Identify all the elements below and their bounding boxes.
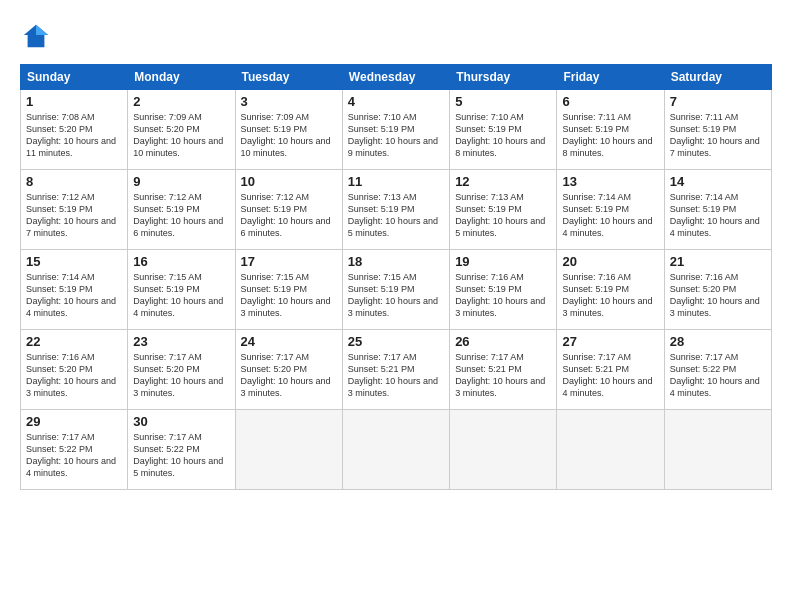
day-number: 26	[455, 334, 551, 349]
logo	[20, 22, 50, 54]
calendar-day-cell: 11Sunrise: 7:13 AMSunset: 5:19 PMDayligh…	[342, 170, 449, 250]
day-number: 7	[670, 94, 766, 109]
day-info: Sunrise: 7:17 AMSunset: 5:21 PMDaylight:…	[455, 352, 545, 398]
weekday-header: Friday	[557, 65, 664, 90]
calendar-day-cell: 30Sunrise: 7:17 AMSunset: 5:22 PMDayligh…	[128, 410, 235, 490]
day-info: Sunrise: 7:12 AMSunset: 5:19 PMDaylight:…	[241, 192, 331, 238]
calendar-day-cell	[342, 410, 449, 490]
day-number: 20	[562, 254, 658, 269]
day-number: 1	[26, 94, 122, 109]
calendar-week-row: 8Sunrise: 7:12 AMSunset: 5:19 PMDaylight…	[21, 170, 772, 250]
day-info: Sunrise: 7:17 AMSunset: 5:22 PMDaylight:…	[26, 432, 116, 478]
weekday-header: Tuesday	[235, 65, 342, 90]
day-info: Sunrise: 7:16 AMSunset: 5:19 PMDaylight:…	[455, 272, 545, 318]
weekday-header: Wednesday	[342, 65, 449, 90]
day-number: 21	[670, 254, 766, 269]
calendar-day-cell: 4Sunrise: 7:10 AMSunset: 5:19 PMDaylight…	[342, 90, 449, 170]
calendar-day-cell: 21Sunrise: 7:16 AMSunset: 5:20 PMDayligh…	[664, 250, 771, 330]
day-number: 18	[348, 254, 444, 269]
day-info: Sunrise: 7:16 AMSunset: 5:19 PMDaylight:…	[562, 272, 652, 318]
calendar-day-cell: 14Sunrise: 7:14 AMSunset: 5:19 PMDayligh…	[664, 170, 771, 250]
day-number: 2	[133, 94, 229, 109]
calendar-day-cell: 20Sunrise: 7:16 AMSunset: 5:19 PMDayligh…	[557, 250, 664, 330]
day-number: 6	[562, 94, 658, 109]
day-number: 9	[133, 174, 229, 189]
calendar-day-cell	[450, 410, 557, 490]
day-info: Sunrise: 7:12 AMSunset: 5:19 PMDaylight:…	[133, 192, 223, 238]
day-info: Sunrise: 7:16 AMSunset: 5:20 PMDaylight:…	[670, 272, 760, 318]
day-number: 15	[26, 254, 122, 269]
day-number: 30	[133, 414, 229, 429]
weekday-header: Monday	[128, 65, 235, 90]
day-info: Sunrise: 7:15 AMSunset: 5:19 PMDaylight:…	[241, 272, 331, 318]
day-number: 23	[133, 334, 229, 349]
day-number: 27	[562, 334, 658, 349]
day-number: 22	[26, 334, 122, 349]
weekday-header: Thursday	[450, 65, 557, 90]
day-info: Sunrise: 7:10 AMSunset: 5:19 PMDaylight:…	[348, 112, 438, 158]
day-number: 29	[26, 414, 122, 429]
day-info: Sunrise: 7:11 AMSunset: 5:19 PMDaylight:…	[562, 112, 652, 158]
calendar-day-cell: 29Sunrise: 7:17 AMSunset: 5:22 PMDayligh…	[21, 410, 128, 490]
day-info: Sunrise: 7:17 AMSunset: 5:22 PMDaylight:…	[670, 352, 760, 398]
calendar-day-cell: 19Sunrise: 7:16 AMSunset: 5:19 PMDayligh…	[450, 250, 557, 330]
day-info: Sunrise: 7:17 AMSunset: 5:20 PMDaylight:…	[241, 352, 331, 398]
day-info: Sunrise: 7:11 AMSunset: 5:19 PMDaylight:…	[670, 112, 760, 158]
calendar-day-cell: 25Sunrise: 7:17 AMSunset: 5:21 PMDayligh…	[342, 330, 449, 410]
calendar-day-cell: 5Sunrise: 7:10 AMSunset: 5:19 PMDaylight…	[450, 90, 557, 170]
day-number: 3	[241, 94, 337, 109]
calendar-table: SundayMondayTuesdayWednesdayThursdayFrid…	[20, 64, 772, 490]
calendar-day-cell: 26Sunrise: 7:17 AMSunset: 5:21 PMDayligh…	[450, 330, 557, 410]
day-info: Sunrise: 7:10 AMSunset: 5:19 PMDaylight:…	[455, 112, 545, 158]
calendar-day-cell: 12Sunrise: 7:13 AMSunset: 5:19 PMDayligh…	[450, 170, 557, 250]
svg-marker-1	[36, 25, 48, 35]
day-number: 17	[241, 254, 337, 269]
day-number: 16	[133, 254, 229, 269]
calendar-day-cell: 27Sunrise: 7:17 AMSunset: 5:21 PMDayligh…	[557, 330, 664, 410]
calendar-week-row: 22Sunrise: 7:16 AMSunset: 5:20 PMDayligh…	[21, 330, 772, 410]
day-info: Sunrise: 7:17 AMSunset: 5:22 PMDaylight:…	[133, 432, 223, 478]
day-info: Sunrise: 7:14 AMSunset: 5:19 PMDaylight:…	[562, 192, 652, 238]
calendar-day-cell: 16Sunrise: 7:15 AMSunset: 5:19 PMDayligh…	[128, 250, 235, 330]
calendar-day-cell	[557, 410, 664, 490]
day-number: 11	[348, 174, 444, 189]
calendar-day-cell: 6Sunrise: 7:11 AMSunset: 5:19 PMDaylight…	[557, 90, 664, 170]
day-info: Sunrise: 7:09 AMSunset: 5:19 PMDaylight:…	[241, 112, 331, 158]
header	[20, 18, 772, 54]
day-number: 8	[26, 174, 122, 189]
calendar-day-cell: 23Sunrise: 7:17 AMSunset: 5:20 PMDayligh…	[128, 330, 235, 410]
weekday-header: Sunday	[21, 65, 128, 90]
day-info: Sunrise: 7:17 AMSunset: 5:20 PMDaylight:…	[133, 352, 223, 398]
calendar-day-cell: 10Sunrise: 7:12 AMSunset: 5:19 PMDayligh…	[235, 170, 342, 250]
calendar-day-cell: 9Sunrise: 7:12 AMSunset: 5:19 PMDaylight…	[128, 170, 235, 250]
day-info: Sunrise: 7:08 AMSunset: 5:20 PMDaylight:…	[26, 112, 116, 158]
calendar-day-cell: 17Sunrise: 7:15 AMSunset: 5:19 PMDayligh…	[235, 250, 342, 330]
day-info: Sunrise: 7:15 AMSunset: 5:19 PMDaylight:…	[348, 272, 438, 318]
day-info: Sunrise: 7:09 AMSunset: 5:20 PMDaylight:…	[133, 112, 223, 158]
day-info: Sunrise: 7:17 AMSunset: 5:21 PMDaylight:…	[348, 352, 438, 398]
day-info: Sunrise: 7:13 AMSunset: 5:19 PMDaylight:…	[455, 192, 545, 238]
day-number: 5	[455, 94, 551, 109]
calendar-day-cell: 8Sunrise: 7:12 AMSunset: 5:19 PMDaylight…	[21, 170, 128, 250]
calendar-day-cell	[664, 410, 771, 490]
day-number: 28	[670, 334, 766, 349]
day-info: Sunrise: 7:13 AMSunset: 5:19 PMDaylight:…	[348, 192, 438, 238]
day-number: 25	[348, 334, 444, 349]
calendar-day-cell: 1Sunrise: 7:08 AMSunset: 5:20 PMDaylight…	[21, 90, 128, 170]
calendar-day-cell: 28Sunrise: 7:17 AMSunset: 5:22 PMDayligh…	[664, 330, 771, 410]
calendar-day-cell: 22Sunrise: 7:16 AMSunset: 5:20 PMDayligh…	[21, 330, 128, 410]
calendar-day-cell: 15Sunrise: 7:14 AMSunset: 5:19 PMDayligh…	[21, 250, 128, 330]
day-number: 4	[348, 94, 444, 109]
calendar-header-row: SundayMondayTuesdayWednesdayThursdayFrid…	[21, 65, 772, 90]
weekday-header: Saturday	[664, 65, 771, 90]
day-number: 12	[455, 174, 551, 189]
calendar-day-cell: 2Sunrise: 7:09 AMSunset: 5:20 PMDaylight…	[128, 90, 235, 170]
day-info: Sunrise: 7:14 AMSunset: 5:19 PMDaylight:…	[26, 272, 116, 318]
calendar-day-cell: 3Sunrise: 7:09 AMSunset: 5:19 PMDaylight…	[235, 90, 342, 170]
logo-icon	[22, 22, 50, 50]
day-number: 19	[455, 254, 551, 269]
calendar-day-cell: 13Sunrise: 7:14 AMSunset: 5:19 PMDayligh…	[557, 170, 664, 250]
calendar-day-cell: 7Sunrise: 7:11 AMSunset: 5:19 PMDaylight…	[664, 90, 771, 170]
day-number: 13	[562, 174, 658, 189]
calendar-day-cell: 18Sunrise: 7:15 AMSunset: 5:19 PMDayligh…	[342, 250, 449, 330]
